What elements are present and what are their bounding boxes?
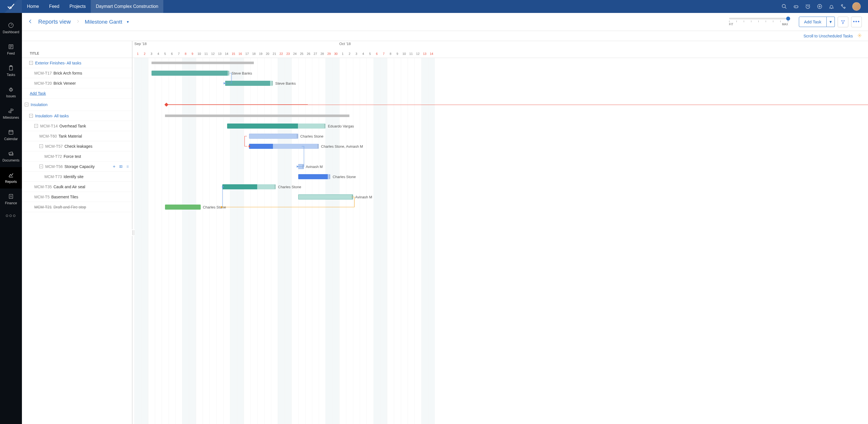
breadcrumb-parent[interactable]: Reports view (38, 19, 71, 25)
info-card-icon[interactable] (119, 165, 123, 169)
task-row[interactable]: −MCM-T14Overhead Tank (22, 121, 132, 131)
sidebar-more[interactable]: ○○○ (6, 213, 17, 219)
add-task-more-button[interactable]: ▾ (827, 17, 835, 27)
task-code: MCM-T35 (34, 185, 52, 189)
gantt-bar[interactable]: Steve Banks (225, 81, 273, 86)
search-icon[interactable] (781, 4, 787, 9)
app-logo[interactable] (0, 0, 22, 13)
gamepad-icon[interactable] (793, 4, 799, 9)
summary-bar[interactable] (165, 114, 349, 117)
sidebar-label: Documents (3, 159, 20, 162)
slider-track[interactable] (729, 18, 788, 20)
task-row[interactable]: MCM-T17Brick Arch forms (22, 68, 132, 78)
sidebar-item-tasks[interactable]: Tasks (0, 60, 22, 82)
day-label: 9 (396, 52, 398, 55)
tools-icon[interactable] (840, 4, 846, 9)
bell-icon[interactable] (829, 4, 834, 9)
gantt-bar[interactable]: Steve Banks (152, 70, 229, 76)
nav-tab-home[interactable]: Home (22, 0, 44, 13)
day-label: 1 (137, 52, 138, 55)
back-arrow-icon[interactable] (28, 19, 33, 25)
summary-bar[interactable] (152, 62, 254, 64)
pane-resize-handle[interactable] (132, 229, 135, 236)
collapse-toggle[interactable]: − (34, 124, 38, 128)
task-row[interactable]: −Exterior Finishes- All tasks (22, 58, 132, 68)
task-row[interactable]: MCM-T72Force test (22, 151, 132, 162)
sidebar-item-calendar[interactable]: Calendar (0, 124, 22, 146)
task-row[interactable]: −MCM-T57Check leakages (22, 141, 132, 151)
nav-tab-project-current[interactable]: Daymart Complex Construction (91, 0, 163, 13)
sidebar-item-issues[interactable]: Issues (0, 82, 22, 103)
gantt-bar[interactable]: Charles Stone (249, 134, 298, 139)
sidebar-item-reports[interactable]: Reports (0, 167, 22, 189)
task-code: MCM-T20 (34, 81, 52, 86)
task-row[interactable]: MCM-T60Tank Material (22, 131, 132, 141)
sidebar-item-feed[interactable]: Feed (0, 39, 22, 60)
add-subtask-icon[interactable] (112, 165, 116, 169)
day-label: 1 (342, 52, 343, 55)
sidebar-item-milestones[interactable]: Milestones (0, 103, 22, 124)
collapse-toggle[interactable]: − (29, 114, 33, 118)
slider-thumb[interactable] (786, 17, 790, 21)
day-label: 10 (197, 52, 201, 55)
day-label: 15 (231, 52, 235, 55)
bar-assignee-label: Avinash M (355, 195, 372, 199)
task-row[interactable]: MCM-T73Identify site (22, 172, 132, 182)
day-label: 8 (185, 52, 186, 55)
clock-icon[interactable] (805, 4, 811, 9)
task-title: Exterior Finishes- All tasks (35, 61, 81, 65)
collapse-toggle[interactable]: − (29, 61, 33, 65)
caret-down-icon: ▼ (126, 20, 130, 24)
collapse-toggle[interactable]: − (39, 144, 43, 148)
gantt-bar[interactable]: Charles Stone (165, 204, 200, 209)
user-avatar[interactable] (852, 2, 861, 11)
more-actions-button[interactable]: ••• (851, 17, 862, 27)
filter-button[interactable] (838, 17, 848, 27)
slider-min-label: FIT (729, 23, 733, 26)
nav-tab-feed[interactable]: Feed (44, 0, 64, 13)
scroll-unscheduled-link[interactable]: Scroll to Unscheduled Tasks (803, 34, 853, 38)
plus-circle-icon[interactable] (817, 4, 823, 9)
folder-stack-icon (8, 150, 14, 157)
svg-line-30 (10, 88, 11, 88)
drag-handle-icon[interactable] (126, 165, 130, 169)
task-row[interactable]: MCM-T20Brick Veneer (22, 78, 132, 88)
add-task-link[interactable]: Add Task (30, 91, 46, 96)
day-label: 13 (218, 52, 221, 55)
collapse-toggle[interactable]: − (25, 103, 28, 106)
task-title: Brick Veneer (53, 81, 75, 86)
gantt-bar[interactable]: Charles Stone (298, 174, 330, 179)
nav-tab-projects[interactable]: Projects (64, 0, 91, 13)
add-task-button[interactable]: Add Task (799, 17, 827, 27)
svg-line-10 (806, 4, 807, 5)
report-type-dropdown[interactable]: Milestone Gantt ▼ (85, 19, 130, 25)
gantt-bar[interactable]: Avinash M (298, 194, 353, 199)
day-label: 30 (334, 52, 338, 55)
sidebar-item-finance[interactable]: $ Finance (0, 189, 22, 210)
task-row[interactable]: MCM-T21Draft and Fire stop (22, 202, 132, 212)
task-title: Draft and Fire stop (53, 205, 86, 209)
task-row[interactable]: −Insulation- All tasks (22, 111, 132, 121)
gantt-bar[interactable]: Charles Stone (222, 184, 276, 189)
svg-point-0 (782, 4, 786, 8)
zoom-slider[interactable]: FIT MAX (729, 18, 788, 26)
sidebar-item-documents[interactable]: Documents (0, 146, 22, 167)
day-label: 20 (266, 52, 269, 55)
task-row[interactable]: −MCM-T56Storage Capacity (22, 162, 132, 172)
task-code: MCM-T72 (44, 154, 62, 159)
sidebar-item-dashboard[interactable]: Dashboard (0, 18, 22, 39)
day-label: 21 (273, 52, 276, 55)
task-row[interactable]: MCM-T5Basement Tiles (22, 192, 132, 202)
gantt-bar[interactable]: Charles Stone, Avinash M (249, 144, 319, 149)
add-task-row[interactable]: Add Task (22, 88, 132, 98)
bar-assignee-label: Charles Stone (278, 185, 301, 189)
gantt-bar[interactable]: Avinash M (298, 164, 304, 169)
day-label: 19 (259, 52, 262, 55)
timeline-body[interactable]: Steve BanksSteve BanksEduardo VargasChar… (133, 58, 868, 424)
settings-gear-icon[interactable] (857, 33, 862, 39)
task-row[interactable]: MCM-T35Caulk and Air seal (22, 182, 132, 192)
chevron-right-icon (76, 20, 80, 25)
collapse-toggle[interactable]: − (39, 165, 43, 168)
gantt-bar[interactable]: Eduardo Vargas (227, 123, 326, 129)
task-group-row[interactable]: −Insulation (22, 98, 132, 111)
